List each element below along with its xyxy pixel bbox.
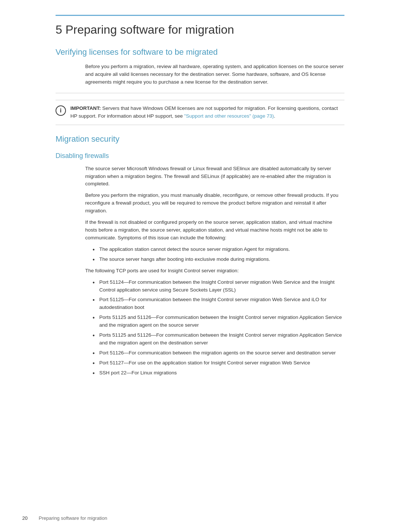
list-item: Ports 51125 and 51126—For communication … — [93, 331, 344, 347]
verifying-licenses-para-1: Before you perform a migration, review a… — [85, 63, 344, 86]
list-item: The application station cannot detect th… — [93, 246, 344, 253]
migration-security-section: Migration security — [56, 134, 344, 145]
footer-text: Preparing software for migration — [39, 515, 107, 521]
footer-page-number: 20 — [22, 515, 27, 521]
divider-above-important — [56, 93, 344, 93]
list-item: Port 51125—For communication between the… — [93, 296, 344, 312]
tcp-ports-bullet-list: Port 51124—For communication between the… — [93, 279, 344, 377]
firewalls-bullet-list-1: The application station cannot detect th… — [93, 246, 344, 263]
subsection-title-disabling-firewalls: Disabling firewalls — [56, 152, 344, 160]
list-item: Ports 51125 and 51126—For communication … — [93, 314, 344, 329]
chapter-title-label: Preparing software for migration — [66, 23, 234, 36]
important-box: i IMPORTANT: Servers that have Windows O… — [56, 100, 344, 125]
important-period: . — [274, 113, 275, 119]
chapter-number: 5 — [56, 23, 62, 36]
disabling-firewalls-para-2: Before you perform the migration, you mu… — [85, 192, 344, 215]
tcp-intro-text: The following TCP ports are used for Ins… — [85, 267, 344, 275]
disabling-firewalls-para-3: If the firewall is not disabled or confi… — [85, 219, 344, 242]
list-item: SSH port 22—For Linux migrations — [93, 369, 344, 377]
list-item: The source server hangs after booting in… — [93, 256, 344, 263]
important-label: IMPORTANT: — [70, 105, 101, 111]
important-link[interactable]: "Support and other resources" (page 73) — [184, 113, 274, 119]
page-footer: 20 Preparing software for migration — [0, 515, 400, 521]
section-title-verifying-licenses: Verifying licenses for software to be mi… — [56, 47, 344, 58]
disabling-firewalls-section: Disabling firewalls The source server Mi… — [56, 152, 344, 377]
chapter-title: 5 Preparing software for migration — [56, 15, 344, 37]
list-item: Port 51126—For communication between the… — [93, 349, 344, 357]
disabling-firewalls-para-1: The source server Microsoft Windows fire… — [85, 165, 344, 188]
list-item: Port 51124—For communication between the… — [93, 279, 344, 294]
section-title-migration-security: Migration security — [56, 134, 344, 145]
important-content: IMPORTANT: Servers that have Windows OEM… — [70, 105, 344, 120]
list-item: Port 51127—For use on the application st… — [93, 359, 344, 367]
important-icon: i — [56, 105, 66, 116]
page-container: 5 Preparing software for migration Verif… — [33, 0, 367, 403]
